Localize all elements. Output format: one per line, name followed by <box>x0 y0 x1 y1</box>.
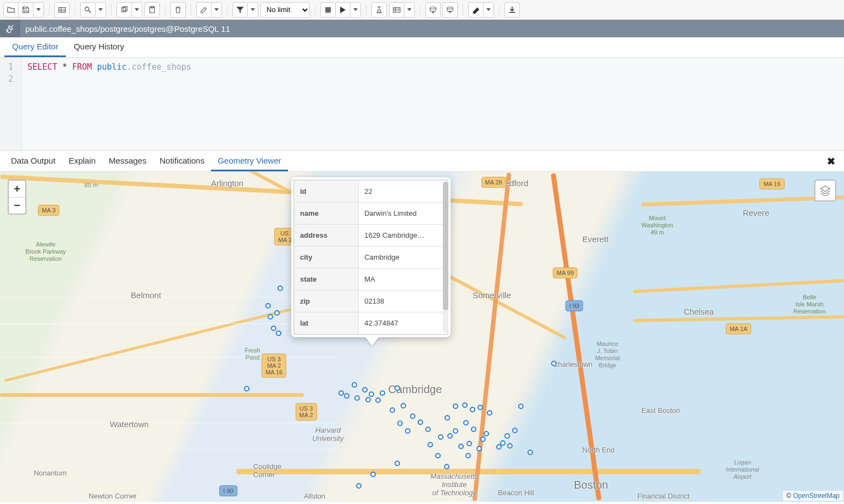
clear-dropdown[interactable] <box>483 2 494 18</box>
map-marker[interactable] <box>507 443 513 449</box>
map-marker[interactable] <box>427 442 433 447</box>
map-marker[interactable] <box>480 436 486 442</box>
map-marker[interactable] <box>405 428 410 434</box>
tab-notifications[interactable]: Notifications <box>153 152 211 171</box>
map-marker[interactable] <box>471 427 476 432</box>
map-marker[interactable] <box>500 440 506 446</box>
map-marker[interactable] <box>458 444 464 449</box>
explain-button[interactable] <box>371 2 387 18</box>
map-marker[interactable] <box>453 428 458 434</box>
execute-button[interactable] <box>335 2 351 18</box>
map-marker[interactable] <box>395 461 400 466</box>
map-marker[interactable] <box>445 415 450 421</box>
map-marker[interactable] <box>276 331 281 336</box>
map-marker[interactable] <box>518 404 524 409</box>
map-marker[interactable] <box>395 385 400 391</box>
stop-button[interactable] <box>320 2 336 18</box>
sql-editor[interactable]: 1 2 SELECT * FROM public.coffee_shops <box>0 58 844 151</box>
save-dropdown[interactable] <box>33 2 44 18</box>
execute-dropdown[interactable] <box>350 2 361 18</box>
label-logan: Logan International Airport <box>726 459 759 480</box>
edit-button[interactable] <box>196 2 212 18</box>
map-marker[interactable] <box>380 390 385 396</box>
tab-messages[interactable]: Messages <box>102 152 153 171</box>
filter-dropdown[interactable] <box>247 2 258 18</box>
connection-status-icon[interactable] <box>0 20 20 37</box>
map-marker[interactable] <box>477 405 483 410</box>
edit-grid-button[interactable] <box>54 2 70 18</box>
clear-button[interactable] <box>468 2 484 18</box>
map-marker[interactable] <box>362 387 368 393</box>
limit-select[interactable]: No limit <box>260 2 310 18</box>
map-marker[interactable] <box>444 464 449 469</box>
explain-analyze-button[interactable] <box>389 2 404 18</box>
map-marker[interactable] <box>410 413 415 419</box>
map-marker[interactable] <box>265 303 271 309</box>
map-marker[interactable] <box>465 453 471 458</box>
feature-popup[interactable]: id22nameDarwin's Limitedaddress1629 Camb… <box>291 177 451 337</box>
map-marker[interactable] <box>551 361 557 366</box>
attribution-link[interactable]: OpenStreetMap <box>793 492 840 500</box>
connection-path[interactable]: public.coffee_shops/postgres/postgres@Po… <box>20 24 236 33</box>
map-marker[interactable] <box>528 450 533 455</box>
map-marker[interactable] <box>463 420 469 425</box>
map-marker[interactable] <box>397 421 403 426</box>
map-marker[interactable] <box>418 419 423 425</box>
map-marker[interactable] <box>487 410 492 416</box>
map-marker[interactable] <box>271 326 276 331</box>
save-button[interactable] <box>18 2 34 18</box>
copy-dropdown[interactable] <box>131 2 142 18</box>
map-marker[interactable] <box>435 453 441 458</box>
tab-geometry-viewer[interactable]: Geometry Viewer <box>211 152 288 171</box>
map-marker[interactable] <box>425 427 431 432</box>
map-marker[interactable] <box>390 407 395 413</box>
map-marker[interactable] <box>467 441 472 446</box>
map-marker[interactable] <box>470 407 475 412</box>
map-marker[interactable] <box>354 395 360 401</box>
map-marker[interactable] <box>369 391 374 397</box>
copy-button[interactable] <box>116 2 132 18</box>
explain-analyze-dropdown[interactable] <box>404 2 415 18</box>
paste-button[interactable] <box>145 2 160 18</box>
map-marker[interactable] <box>356 483 362 489</box>
tab-data-output[interactable]: Data Output <box>4 152 62 171</box>
open-file-button[interactable] <box>3 2 19 18</box>
map-marker[interactable] <box>453 404 458 409</box>
zoom-out-button[interactable]: − <box>9 197 25 214</box>
map-marker[interactable] <box>401 403 406 408</box>
rollback-button[interactable] <box>442 2 458 18</box>
map-marker[interactable] <box>375 397 381 403</box>
filter-button[interactable] <box>232 2 248 18</box>
tab-query-editor[interactable]: Query Editor <box>4 37 66 57</box>
map-marker[interactable] <box>338 390 344 396</box>
find-dropdown[interactable] <box>95 2 106 18</box>
map-marker[interactable] <box>512 428 518 433</box>
map-marker[interactable] <box>484 431 489 436</box>
map-marker[interactable] <box>438 434 443 440</box>
map-marker[interactable] <box>365 397 371 402</box>
map-marker[interactable] <box>447 433 453 439</box>
code-area[interactable]: SELECT * FROM public.coffee_shops <box>22 58 844 150</box>
edit-dropdown[interactable] <box>211 2 222 18</box>
tab-query-history[interactable]: Query History <box>66 37 132 57</box>
map-marker[interactable] <box>268 314 273 320</box>
map-marker[interactable] <box>504 433 510 439</box>
delete-button[interactable] <box>170 2 186 18</box>
tab-explain[interactable]: Explain <box>62 152 102 171</box>
popup-scrollbar[interactable] <box>443 182 448 333</box>
layers-button[interactable] <box>814 180 836 201</box>
close-panel-button[interactable]: ✖ <box>823 153 840 170</box>
map-marker[interactable] <box>476 446 482 451</box>
map-marker[interactable] <box>244 386 249 391</box>
zoom-in-button[interactable]: + <box>9 181 25 197</box>
map-marker[interactable] <box>352 382 357 388</box>
map-marker[interactable] <box>462 402 468 408</box>
find-button[interactable] <box>80 2 96 18</box>
map-marker[interactable] <box>370 472 376 477</box>
map-marker[interactable] <box>344 393 349 399</box>
commit-button[interactable] <box>425 2 441 18</box>
map-marker[interactable] <box>274 310 280 316</box>
download-button[interactable] <box>504 2 520 18</box>
map-marker[interactable] <box>277 285 283 291</box>
geometry-map[interactable]: Arlington Belmont Watertown Cambridge No… <box>0 172 844 502</box>
